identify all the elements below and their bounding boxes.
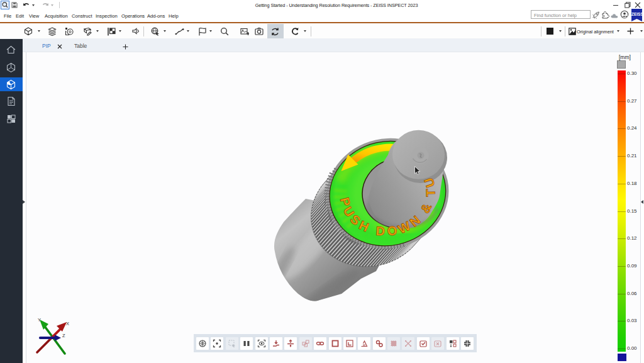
svg-text:Z: Z: [62, 333, 65, 338]
svg-text:X: X: [66, 321, 69, 327]
svg-text:Y: Y: [38, 317, 41, 323]
